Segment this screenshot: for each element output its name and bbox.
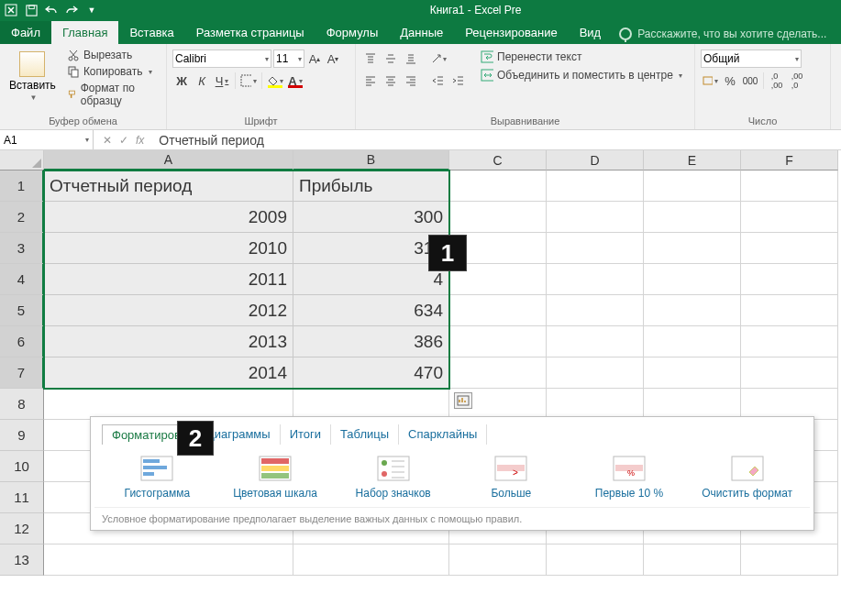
column-header[interactable]: C xyxy=(449,150,547,170)
cell[interactable] xyxy=(644,170,741,202)
font-color-button[interactable]: A▾ xyxy=(286,72,304,90)
cell[interactable] xyxy=(741,170,838,202)
cell[interactable] xyxy=(44,544,293,576)
excel-icon[interactable] xyxy=(2,1,20,19)
fx-icon[interactable]: fx xyxy=(136,134,144,147)
percent-format-icon[interactable]: % xyxy=(721,72,739,90)
cell[interactable] xyxy=(449,358,547,389)
cell[interactable] xyxy=(644,295,741,326)
qa-item-greater[interactable]: >Больше xyxy=(456,456,566,500)
cell[interactable]: 2009 xyxy=(44,202,293,233)
number-format-combo[interactable]: Общий▾ xyxy=(701,50,802,68)
increase-decimal-icon[interactable]: ,0,00 xyxy=(768,72,786,90)
cell[interactable] xyxy=(644,264,741,295)
cell[interactable] xyxy=(547,264,644,295)
cell[interactable] xyxy=(449,170,547,202)
increase-font-icon[interactable]: A▴ xyxy=(306,50,323,68)
cell[interactable] xyxy=(741,389,838,420)
wrap-text-button[interactable]: Перенести текст xyxy=(477,50,686,64)
cell[interactable]: 2014 xyxy=(44,358,293,389)
cell[interactable]: 2013 xyxy=(44,326,293,358)
cell[interactable] xyxy=(741,264,838,295)
cell[interactable] xyxy=(449,544,547,576)
font-size-combo[interactable]: 11▾ xyxy=(273,50,304,68)
tab-file[interactable]: Файл xyxy=(0,21,51,44)
cell[interactable]: Прибыль xyxy=(293,170,449,202)
row-header[interactable]: 11 xyxy=(0,482,44,513)
row-header[interactable]: 4 xyxy=(0,264,44,295)
qa-tab-tables[interactable]: Таблицы xyxy=(331,424,399,445)
cell[interactable]: Отчетный период xyxy=(44,170,293,202)
tab-review[interactable]: Рецензирование xyxy=(454,21,568,44)
row-header[interactable]: 10 xyxy=(0,451,44,482)
cell[interactable] xyxy=(547,233,644,264)
tab-page-layout[interactable]: Разметка страницы xyxy=(185,21,315,44)
cell[interactable] xyxy=(547,202,644,233)
cell[interactable] xyxy=(644,326,741,358)
row-header[interactable]: 8 xyxy=(0,389,44,420)
cell[interactable] xyxy=(741,544,838,576)
cancel-icon[interactable]: ✕ xyxy=(103,134,112,147)
cell[interactable] xyxy=(547,358,644,389)
underline-button[interactable]: Ч▾ xyxy=(213,72,231,90)
cell[interactable] xyxy=(449,326,547,358)
qa-item-iconset[interactable]: Набор значков xyxy=(338,456,448,500)
cell[interactable]: 4 xyxy=(293,264,449,295)
qa-tab-sparklines[interactable]: Спарклайны xyxy=(399,424,487,445)
paste-button[interactable]: Вставить ▼ xyxy=(6,46,60,106)
column-header[interactable]: E xyxy=(644,150,741,170)
align-left-icon[interactable] xyxy=(361,72,380,90)
column-header[interactable]: F xyxy=(741,150,838,170)
qa-tab-totals[interactable]: Итоги xyxy=(281,424,331,445)
tab-insert[interactable]: Вставка xyxy=(118,21,184,44)
cell[interactable] xyxy=(293,389,449,420)
cell[interactable] xyxy=(547,389,644,420)
cell[interactable] xyxy=(449,202,547,233)
cell[interactable] xyxy=(644,233,741,264)
align-top-icon[interactable] xyxy=(361,50,380,68)
cell[interactable] xyxy=(547,544,644,576)
row-header[interactable]: 9 xyxy=(0,420,44,451)
cell[interactable]: 386 xyxy=(293,326,449,358)
row-header[interactable]: 7 xyxy=(0,358,44,389)
font-name-combo[interactable]: Calibri▾ xyxy=(172,50,271,68)
cell[interactable] xyxy=(644,544,741,576)
cell[interactable] xyxy=(547,326,644,358)
accounting-format-icon[interactable]: ▾ xyxy=(701,72,719,90)
merge-center-button[interactable]: Объединить и поместить в центре▾ xyxy=(477,68,686,82)
cell[interactable] xyxy=(293,544,449,576)
row-header[interactable]: 2 xyxy=(0,202,44,233)
align-bottom-icon[interactable] xyxy=(402,50,420,68)
row-header[interactable]: 3 xyxy=(0,233,44,264)
cell[interactable]: 300 xyxy=(293,202,449,233)
cell[interactable] xyxy=(741,326,838,358)
decrease-indent-icon[interactable] xyxy=(429,72,448,90)
tab-view[interactable]: Вид xyxy=(569,21,613,44)
cell[interactable] xyxy=(741,295,838,326)
cell[interactable] xyxy=(741,358,838,389)
cell[interactable] xyxy=(644,202,741,233)
undo-icon[interactable] xyxy=(42,1,61,19)
decrease-font-icon[interactable]: A▾ xyxy=(325,50,341,68)
select-all-corner[interactable] xyxy=(0,150,44,170)
column-header[interactable]: D xyxy=(547,150,644,170)
bold-button[interactable]: Ж xyxy=(172,72,191,90)
align-middle-icon[interactable] xyxy=(382,50,400,68)
align-right-icon[interactable] xyxy=(402,72,420,90)
tell-me[interactable]: Расскажите, что вы хотите сделать... xyxy=(619,28,826,44)
save-icon[interactable] xyxy=(22,1,40,19)
formula-input[interactable]: Отчетный период xyxy=(153,133,841,148)
cell[interactable] xyxy=(449,295,547,326)
increase-indent-icon[interactable] xyxy=(449,72,468,90)
cell[interactable]: 2012 xyxy=(44,295,293,326)
cell[interactable] xyxy=(547,295,644,326)
cell[interactable]: 470 xyxy=(293,358,449,389)
qat-customize-icon[interactable]: ▼ xyxy=(83,1,101,19)
qa-item-databars[interactable]: Гистограмма xyxy=(102,456,212,500)
row-header[interactable]: 13 xyxy=(0,544,44,576)
align-center-icon[interactable] xyxy=(382,72,400,90)
column-header[interactable]: A xyxy=(44,150,293,170)
quick-analysis-button[interactable] xyxy=(454,392,472,409)
row-header[interactable]: 12 xyxy=(0,513,44,544)
cell[interactable] xyxy=(741,233,838,264)
